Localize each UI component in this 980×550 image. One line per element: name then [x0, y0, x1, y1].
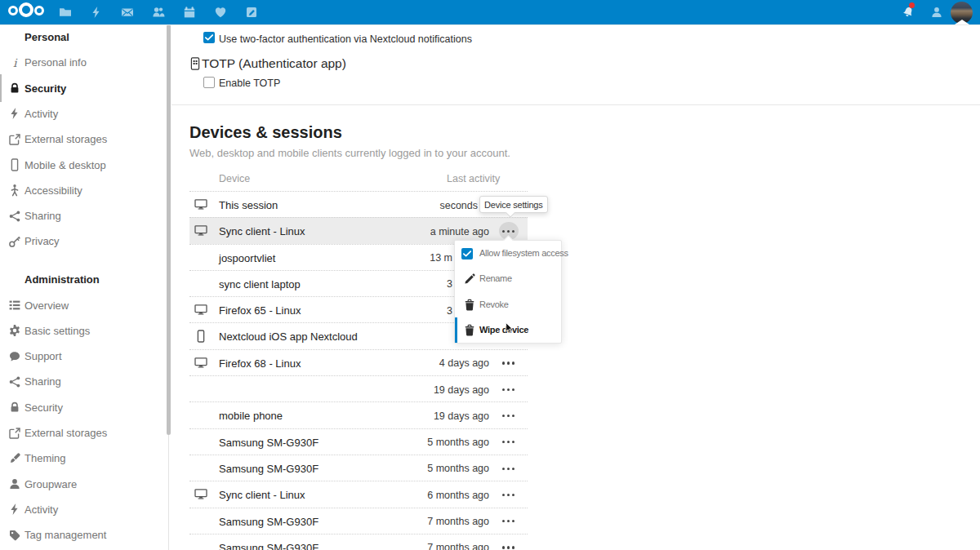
header-contacts-icon[interactable] [930, 6, 943, 19]
menu-item-rename[interactable]: Rename [455, 266, 561, 291]
totp-title: TOTP (Authenticator app) [202, 56, 346, 71]
sidebar-item-accessibility[interactable]: Accessibility [0, 178, 163, 203]
sidebar-item-activity[interactable]: Activity [0, 101, 163, 126]
enable-totp-checkbox[interactable] [203, 77, 215, 88]
brush-icon [8, 452, 21, 465]
sidebar-item-label: Privacy [24, 235, 60, 247]
sidebar-section-title: Personal [24, 31, 69, 43]
device-name: Samsung SM-G930F [219, 516, 318, 528]
sidebar-item-security[interactable]: Security [0, 395, 163, 420]
device-actions-button[interactable] [499, 407, 519, 425]
sidebar-item-mobile-desktop[interactable]: Mobile & desktop [0, 153, 163, 178]
device-last-activity: 3 [447, 305, 452, 317]
device-last-activity: 6 months ago [427, 490, 489, 501]
device-name: This session [219, 199, 278, 211]
device-actions-button[interactable] [499, 380, 519, 398]
desktop-device-icon [194, 488, 207, 501]
bolt-icon [8, 107, 21, 120]
mobile-icon [8, 158, 21, 171]
avatar-caret [955, 20, 969, 24]
device-row: Samsung SM-G930F7 months ago [189, 534, 528, 550]
share-icon [8, 375, 21, 388]
device-last-activity: 7 months ago [427, 542, 489, 550]
app-activity-icon[interactable] [90, 6, 103, 19]
sidebar-item-label: Activity [24, 108, 58, 120]
bolt-icon [8, 503, 21, 516]
column-last-activity: Last activity [447, 173, 500, 184]
sidebar-item-privacy[interactable]: Privacy [0, 228, 163, 254]
tooltip-text: Device settings [484, 200, 543, 210]
sidebar-item-theming[interactable]: Theming [0, 446, 163, 471]
pencil-icon [463, 273, 475, 285]
device-row: Samsung SM-G930F5 months ago [189, 428, 528, 455]
device-last-activity: 19 days ago [434, 384, 489, 396]
list-icon [8, 299, 21, 312]
sidebar-active-marker [0, 74, 2, 102]
device-name: Samsung SM-G930F [219, 437, 318, 449]
app-favorites-icon[interactable] [214, 6, 227, 19]
enable-totp-label: Enable TOTP [219, 78, 280, 89]
sidebar-item-external-storages[interactable]: External storages [0, 420, 163, 446]
sidebar-item-label: Mobile & desktop [24, 159, 106, 171]
app-mail-icon[interactable] [121, 6, 134, 19]
desktop-device-icon [194, 357, 207, 370]
two-factor-checkbox[interactable] [203, 32, 215, 43]
gear-icon [8, 324, 21, 337]
device-row: This sessionseconds [189, 191, 528, 217]
sidebar-item-security[interactable]: Security [0, 76, 163, 101]
device-actions-button[interactable] [499, 512, 519, 530]
desktop-device-icon [194, 224, 207, 237]
sidebar-item-groupware[interactable]: Groupware [0, 472, 163, 497]
notification-badge [909, 2, 915, 8]
sidebar-item-label: External storages [24, 427, 107, 439]
sidebar-item-label: Support [24, 350, 62, 362]
device-name: Nextcloud iOS app Nextcloud [219, 330, 358, 343]
sidebar-item-overview[interactable]: Overview [0, 293, 163, 318]
two-factor-label: Use two-factor authentication via Nextcl… [219, 33, 472, 45]
sidebar-item-external-storages[interactable]: External storages [0, 126, 163, 152]
sidebar-item-sharing[interactable]: Sharing [0, 369, 163, 394]
device-row: mobile phone19 days ago [189, 401, 528, 428]
sidebar-item-label: Tag management [24, 529, 106, 541]
mouse-cursor [503, 322, 514, 334]
sidebar-item-support[interactable]: Support [0, 344, 163, 369]
device-actions-button[interactable] [499, 539, 519, 550]
device-last-activity: 5 months ago [427, 463, 489, 474]
sidebar-item-label: Groupware [24, 478, 77, 490]
device-name: Sync client - Linux [219, 489, 305, 501]
settings-sidebar: PersonaliPersonal infoSecurityActivityEx… [0, 24, 172, 550]
device-last-activity: a minute ago [430, 226, 489, 237]
sidebar-item-label: Sharing [24, 375, 61, 388]
device-actions-button[interactable] [499, 354, 519, 372]
app-calendar-icon[interactable] [183, 6, 196, 19]
device-name: Firefox 68 - Linux [219, 357, 301, 370]
svg-text:i: i [13, 56, 18, 69]
device-last-activity: 3 [447, 278, 452, 290]
sidebar-section-personal: Personal [0, 24, 163, 50]
menu-hover-indicator [455, 317, 457, 343]
sidebar-item-label: External storages [24, 133, 107, 145]
device-last-activity: 19 days ago [434, 410, 489, 422]
sidebar-item-basic-settings[interactable]: Basic settings [0, 318, 163, 344]
tag-icon [8, 529, 21, 542]
menu-item-label: Revoke [479, 299, 509, 309]
sidebar-item-activity[interactable]: Activity [0, 497, 163, 522]
device-actions-button[interactable] [499, 459, 519, 477]
lock-icon [8, 401, 21, 414]
sidebar-item-personal-info[interactable]: iPersonal info [0, 50, 163, 75]
app-notes-icon[interactable] [245, 6, 258, 19]
device-settings-tooltip: Device settings [479, 196, 548, 213]
app-contacts-icon[interactable] [152, 6, 165, 19]
device-actions-button[interactable] [499, 433, 519, 451]
menu-item-revoke[interactable]: Revoke [455, 292, 561, 317]
sidebar-item-sharing[interactable]: Sharing [0, 203, 163, 228]
sidebar-item-tag-management[interactable]: Tag management [0, 522, 163, 548]
filesystem-access-checkbox[interactable] [461, 248, 473, 259]
sidebar-section-administration: Administration [0, 267, 163, 292]
accessibility-icon [8, 184, 21, 197]
user-icon [8, 477, 21, 490]
device-actions-button[interactable] [499, 486, 519, 503]
menu-item-allow-filesystem-access[interactable]: Allow filesystem access [455, 241, 561, 266]
sidebar-scrollbar-thumb[interactable] [167, 24, 171, 435]
app-files-icon[interactable] [59, 6, 72, 19]
